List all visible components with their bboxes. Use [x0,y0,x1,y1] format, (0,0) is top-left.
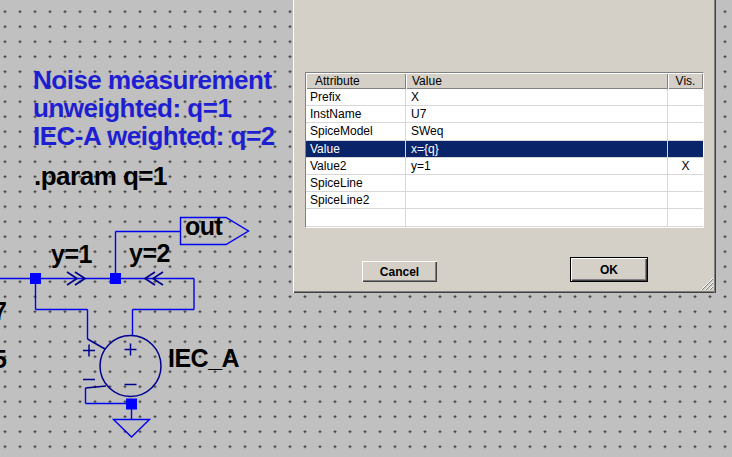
table-row-prefix[interactable]: Prefix X [306,89,703,106]
spice-directive-text[interactable]: .param q=1 [34,162,167,191]
cell-attribute[interactable] [306,209,406,225]
cell-value[interactable]: y=1 [406,158,668,174]
cell-attribute[interactable]: SpiceLine2 [306,192,406,208]
table-row-value2[interactable]: Value2 y=1 X [306,158,703,175]
label-y2[interactable]: y=2 [129,240,170,268]
table-row-empty[interactable] [306,209,703,226]
cell-value[interactable] [406,192,668,208]
cell-vis[interactable] [668,89,703,105]
cell-attribute[interactable]: Value2 [306,158,406,174]
cell-value[interactable]: X [406,89,668,105]
table-row-spiceline2[interactable]: SpiceLine2 [306,192,703,209]
table-row-value-selected[interactable]: Value x={q} [306,141,703,158]
cell-attribute[interactable]: InstName [306,106,406,122]
comment-line-1[interactable]: Noise measurement [33,66,275,94]
comment-line-3[interactable]: IEC-A weighted: q=2 [33,122,275,150]
cell-value[interactable]: SWeq [406,123,668,139]
comment-text-block[interactable]: Noise measurement unweighted: q=1 IEC-A … [33,66,275,150]
clipped-label-5: 5 [0,346,6,374]
cell-vis[interactable] [668,141,703,157]
cell-vis[interactable] [668,175,703,191]
cell-vis[interactable] [668,192,703,208]
table-row-instname[interactable]: InstName U7 [306,106,703,123]
ltspice-schematic-canvas: Noise measurement unweighted: q=1 IEC-A … [0,0,732,457]
net-flag-out-label[interactable]: out [185,213,222,241]
header-attribute: Attribute [306,73,406,89]
cell-attribute[interactable]: SpiceModel [306,123,406,139]
cell-value[interactable] [406,175,668,191]
component-attribute-dialog: Attribute Value Vis. Prefix X InstName U… [293,0,716,293]
cell-vis[interactable] [668,209,703,225]
comment-line-2[interactable]: unweighted: q=1 [33,94,275,122]
cell-value[interactable]: x={q} [406,141,668,157]
cell-value[interactable] [406,209,668,225]
attribute-table-header: Attribute Value Vis. [306,73,703,89]
cell-attribute[interactable]: Prefix [306,89,406,105]
label-y1[interactable]: y=1 [51,241,92,269]
plus-minus-left-icon [83,345,95,380]
clipped-label-7: 7 [0,298,6,326]
ground-icon[interactable] [114,420,150,438]
header-value: Value [406,73,668,89]
cancel-button[interactable]: Cancel [362,261,437,282]
voltage-source-symbol[interactable] [83,336,161,397]
wire-junctions [30,273,137,410]
table-row-spicemodel[interactable]: SpiceModel SWeq [306,123,703,140]
cell-attribute[interactable]: Value [306,141,406,157]
cell-vis[interactable] [668,123,703,139]
label-iec-a[interactable]: IEC_A [168,345,239,373]
cell-vis[interactable]: X [668,158,703,174]
resize-grip-icon[interactable] [700,277,713,290]
header-vis: Vis. [668,73,703,89]
cell-value[interactable]: U7 [406,106,668,122]
plus-minus-inside-icon [125,344,137,385]
ok-button[interactable]: OK [570,257,648,282]
cell-attribute[interactable]: SpiceLine [306,175,406,191]
attribute-table: Attribute Value Vis. Prefix X InstName U… [305,72,704,228]
table-row-spiceline[interactable]: SpiceLine [306,175,703,192]
cell-vis[interactable] [668,106,703,122]
